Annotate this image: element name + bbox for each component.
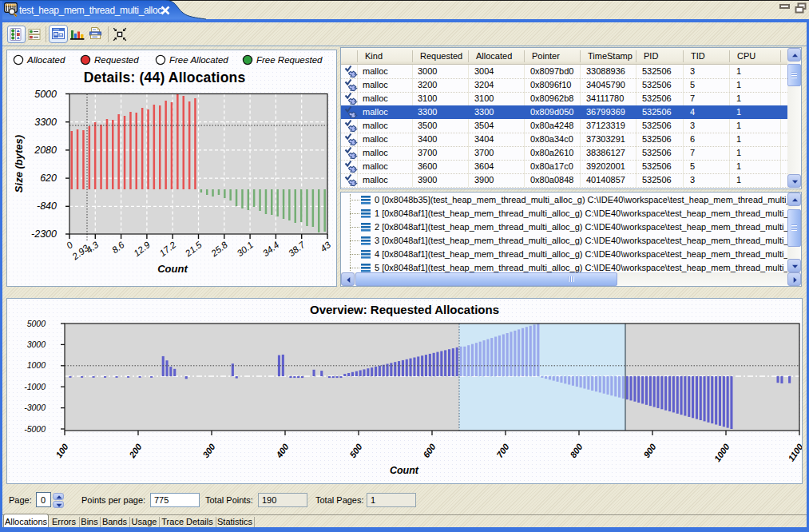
svg-text:Size (bytes): Size (bytes) bbox=[13, 135, 25, 193]
svg-text:17.2: 17.2 bbox=[157, 240, 178, 259]
svg-text:5000: 5000 bbox=[34, 89, 57, 100]
svg-text:100: 100 bbox=[54, 442, 70, 460]
svg-text:400: 400 bbox=[274, 442, 291, 460]
svg-text:900: 900 bbox=[641, 442, 658, 460]
svg-text:Count: Count bbox=[157, 263, 188, 275]
svg-text:30.1: 30.1 bbox=[235, 240, 255, 258]
svg-text:700: 700 bbox=[494, 442, 511, 460]
svg-text:500: 500 bbox=[347, 442, 364, 460]
svg-text:-3000: -3000 bbox=[24, 403, 46, 412]
svg-text:34.4: 34.4 bbox=[261, 240, 281, 258]
svg-text:-1000: -1000 bbox=[24, 382, 46, 391]
svg-text:800: 800 bbox=[568, 442, 585, 460]
svg-text:1100: 1100 bbox=[786, 442, 802, 463]
svg-text:2080: 2080 bbox=[34, 145, 57, 156]
svg-text:21.5: 21.5 bbox=[183, 240, 204, 259]
svg-text:0: 0 bbox=[65, 240, 75, 251]
svg-text:43: 43 bbox=[319, 240, 333, 254]
svg-text:-2300: -2300 bbox=[31, 228, 57, 240]
svg-text:1000: 1000 bbox=[27, 360, 46, 370]
svg-text:-5000: -5000 bbox=[24, 424, 46, 434]
svg-text:1000: 1000 bbox=[712, 442, 732, 464]
svg-text:8.6: 8.6 bbox=[110, 240, 126, 256]
svg-text:Count: Count bbox=[390, 465, 419, 476]
svg-text:5000: 5000 bbox=[27, 319, 46, 328]
svg-text:-840: -840 bbox=[37, 200, 57, 212]
svg-text:200: 200 bbox=[127, 442, 144, 460]
svg-text:3300: 3300 bbox=[34, 117, 57, 128]
svg-text:300: 300 bbox=[200, 442, 217, 460]
svg-text:3000: 3000 bbox=[27, 339, 46, 349]
svg-text:620: 620 bbox=[40, 173, 57, 184]
svg-text:600: 600 bbox=[421, 442, 438, 460]
svg-text:38.7: 38.7 bbox=[287, 240, 307, 259]
svg-text:12.9: 12.9 bbox=[132, 240, 153, 259]
svg-text:25.8: 25.8 bbox=[208, 240, 229, 259]
